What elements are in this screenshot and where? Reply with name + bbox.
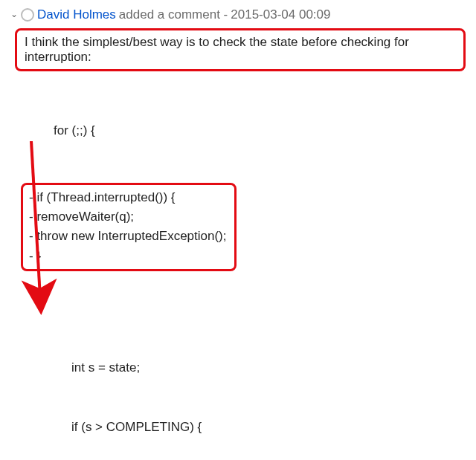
comment-header: ⌄ David Holmes added a comment - 2015-03… — [10, 7, 466, 22]
code-block: for (;;) { — [21, 82, 466, 180]
comment-action: added a comment - — [119, 7, 228, 22]
diff-removed-line: - if (Thread.interrupted()) { — [29, 188, 227, 207]
intro-highlight: I think the simplest/best way is to chec… — [15, 28, 466, 71]
code-block-mid: int s = state; if (s > COMPLETING) { if … — [21, 274, 466, 460]
diff-removed-line: - } — [29, 247, 227, 266]
avatar — [21, 8, 34, 22]
author-link[interactable]: David Holmes — [37, 7, 116, 22]
comment-timestamp: 2015-03-04 00:09 — [231, 7, 330, 22]
code-line: for (;;) { — [21, 121, 466, 140]
diff-removed-line: - throw new InterruptedException(); — [29, 227, 227, 246]
chevron-down-icon[interactable]: ⌄ — [10, 9, 18, 19]
code-line: int s = state; — [21, 358, 466, 378]
intro-text: I think the simplest/best way is to chec… — [25, 35, 409, 64]
diff-removed-line: - removeWaiter(q); — [29, 207, 227, 227]
code-line: if (s > COMPLETING) { — [21, 418, 466, 437]
removed-block: - if (Thread.interrupted()) { - removeWa… — [21, 183, 237, 271]
